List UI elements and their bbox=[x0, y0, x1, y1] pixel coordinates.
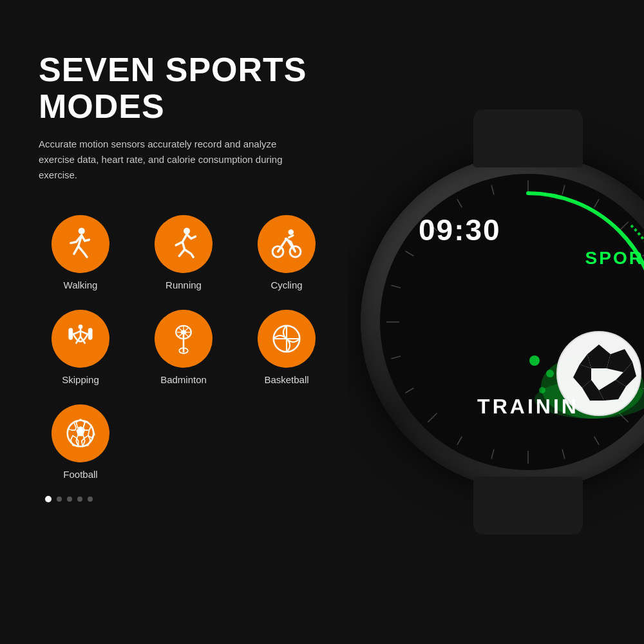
right-panel: 09:30 SPORT TRAININ bbox=[348, 0, 644, 644]
svg-marker-35 bbox=[68, 423, 76, 431]
sport-icon-skipping bbox=[52, 310, 109, 368]
badminton-icon bbox=[166, 321, 201, 356]
sport-label-skipping: Skipping bbox=[62, 374, 99, 385]
svg-line-54 bbox=[391, 356, 400, 359]
sport-item-basketball: Basketball bbox=[245, 310, 328, 385]
svg-point-65 bbox=[539, 387, 545, 393]
svg-rect-6 bbox=[88, 328, 93, 341]
watch-time: 09:30 bbox=[419, 213, 501, 247]
svg-marker-36 bbox=[76, 436, 85, 447]
sport-icon-badminton bbox=[155, 310, 213, 368]
skipping-icon bbox=[63, 321, 98, 356]
svg-line-59 bbox=[457, 199, 462, 207]
sport-item-running: Running bbox=[142, 215, 225, 290]
cycling-icon bbox=[269, 227, 304, 261]
sport-label-basketball: Basketball bbox=[264, 374, 308, 385]
svg-line-47 bbox=[594, 437, 600, 445]
pagination-dot-0[interactable] bbox=[45, 496, 52, 502]
sport-icon-cycling bbox=[258, 215, 316, 273]
sport-item-cycling: Cycling bbox=[245, 215, 328, 290]
svg-point-2 bbox=[289, 230, 294, 235]
watch-outer: 09:30 SPORT TRAININ bbox=[361, 155, 644, 489]
pagination-dot-4[interactable] bbox=[88, 497, 93, 502]
watch-screen: 09:30 SPORT TRAININ bbox=[380, 174, 644, 470]
left-panel: SEVEN SPORTS MODES Accurate motion senso… bbox=[0, 0, 348, 644]
sport-label-walking: Walking bbox=[64, 279, 98, 290]
sport-item-walking: Walking bbox=[39, 215, 122, 290]
watch-sport-label: SPORT bbox=[585, 248, 644, 269]
svg-point-64 bbox=[546, 370, 554, 377]
sport-item-football: Football bbox=[39, 404, 122, 480]
svg-line-53 bbox=[405, 388, 413, 393]
watch-container: 09:30 SPORT TRAININ bbox=[361, 155, 644, 489]
svg-rect-5 bbox=[68, 328, 73, 341]
sport-item-badminton: Badminton bbox=[142, 310, 225, 385]
sport-icon-walking bbox=[52, 215, 109, 273]
svg-point-0 bbox=[79, 228, 85, 234]
svg-line-11 bbox=[73, 332, 80, 335]
pagination-dot-3[interactable] bbox=[77, 497, 82, 502]
walking-icon bbox=[63, 227, 98, 261]
svg-line-48 bbox=[562, 450, 565, 459]
sport-item-skipping: Skipping bbox=[39, 310, 122, 385]
svg-line-50 bbox=[491, 450, 494, 459]
pagination-dot-2[interactable] bbox=[67, 497, 72, 502]
pagination-dot-1[interactable] bbox=[57, 497, 62, 502]
basketball-icon bbox=[269, 321, 304, 356]
svg-line-60 bbox=[491, 185, 494, 194]
sport-label-badminton: Badminton bbox=[160, 374, 207, 385]
page-title: SEVEN SPORTS MODES bbox=[39, 52, 322, 125]
running-icon bbox=[166, 227, 201, 261]
svg-line-39 bbox=[594, 199, 600, 207]
svg-line-56 bbox=[391, 285, 400, 288]
football-icon bbox=[63, 416, 98, 451]
page-subtitle: Accurate motion sensors accurately recor… bbox=[39, 137, 283, 183]
sport-label-running: Running bbox=[166, 279, 202, 290]
sport-icon-basketball bbox=[258, 310, 316, 368]
svg-line-52 bbox=[428, 413, 437, 422]
svg-line-12 bbox=[80, 332, 88, 335]
svg-line-38 bbox=[562, 185, 565, 194]
svg-point-7 bbox=[79, 325, 83, 329]
main-container: SEVEN SPORTS MODES Accurate motion senso… bbox=[0, 0, 644, 644]
sport-icon-running bbox=[155, 215, 213, 273]
sport-label-football: Football bbox=[63, 469, 97, 480]
sports-grid: Walking Running bbox=[39, 215, 322, 480]
sport-label-cycling: Cycling bbox=[270, 279, 302, 290]
svg-line-51 bbox=[457, 437, 462, 445]
svg-point-63 bbox=[529, 355, 540, 366]
svg-line-57 bbox=[405, 251, 413, 256]
watch-training-label: TRAININ bbox=[477, 395, 579, 419]
sport-icon-football bbox=[52, 404, 109, 462]
